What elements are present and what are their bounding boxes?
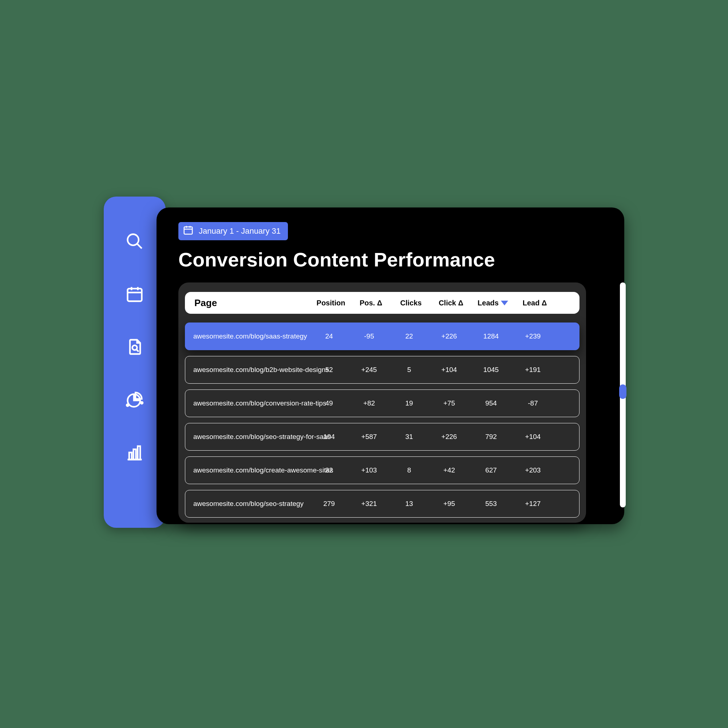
cell-page: awesomesite.com/blog/seo-strategy-for-sa… (185, 433, 309, 441)
cell-position: 104 (309, 433, 349, 441)
cell-click-delta: +95 (429, 500, 469, 508)
cell-clicks: 31 (389, 433, 429, 441)
cell-page: awesomesite.com/blog/b2b-website-designs (185, 366, 309, 374)
cell-pos-delta: -95 (349, 332, 389, 340)
cell-leads: 954 (469, 399, 513, 407)
cell-pos-delta: +103 (349, 466, 389, 474)
cell-click-delta: +226 (429, 332, 469, 340)
table-row[interactable]: awesomesite.com/blog/b2b-website-designs… (185, 356, 580, 384)
svg-point-0 (128, 234, 139, 245)
cell-click-delta: +75 (429, 399, 469, 407)
cell-lead-delta: +191 (513, 366, 553, 374)
cell-leads: 792 (469, 433, 513, 441)
document-search-icon (125, 337, 144, 358)
cell-position: 52 (309, 366, 349, 374)
svg-rect-22 (138, 446, 140, 460)
cell-page: awesomesite.com/blog/seo-strategy (185, 500, 309, 508)
cell-leads: 553 (469, 500, 513, 508)
cell-lead-delta: +104 (513, 433, 553, 441)
performance-table: Page Position Pos. Δ Clicks Click Δ Lead… (178, 283, 586, 523)
pie-chart-icon (125, 390, 144, 411)
col-header-pos-delta[interactable]: Pos. Δ (351, 299, 391, 307)
svg-line-15 (136, 349, 139, 352)
cell-click-delta: +42 (429, 466, 469, 474)
table-row[interactable]: awesomesite.com/blog/create-awesome-site… (185, 456, 580, 484)
col-header-clicks[interactable]: Clicks (391, 299, 431, 307)
page-title: Conversion Content Performance (178, 248, 606, 271)
table-header: Page Position Pos. Δ Clicks Click Δ Lead… (185, 292, 580, 314)
scrollbar-thumb[interactable] (619, 384, 626, 399)
sort-desc-icon (501, 301, 508, 305)
bar-chart-icon (125, 443, 144, 463)
cell-lead-delta: +239 (513, 332, 553, 340)
cell-click-delta: +226 (429, 433, 469, 441)
cell-leads: 1045 (469, 366, 513, 374)
col-header-page[interactable]: Page (187, 297, 311, 309)
cell-pos-delta: +321 (349, 500, 389, 508)
calendar-icon (183, 225, 194, 238)
cell-position: 24 (309, 332, 349, 340)
cell-position: 32 (309, 466, 349, 474)
svg-line-1 (137, 244, 142, 249)
svg-rect-2 (128, 289, 142, 301)
cell-page: awesomesite.com/blog/create-awesome-site… (185, 466, 309, 474)
table-row[interactable]: awesomesite.com/blog/saas-strategy24-952… (185, 323, 580, 350)
col-header-position[interactable]: Position (311, 299, 351, 307)
col-header-leads-label: Leads (477, 299, 499, 307)
cell-clicks: 8 (389, 466, 429, 474)
search-icon (125, 232, 144, 252)
cell-leads: 627 (469, 466, 513, 474)
svg-point-17 (127, 404, 128, 406)
table-row[interactable]: awesomesite.com/blog/seo-strategy279+321… (185, 490, 580, 518)
cell-lead-delta: -87 (513, 399, 553, 407)
cell-clicks: 13 (389, 500, 429, 508)
nav-search[interactable] (124, 231, 145, 253)
cell-pos-delta: +82 (349, 399, 389, 407)
cell-clicks: 5 (389, 366, 429, 374)
cell-pos-delta: +587 (349, 433, 389, 441)
svg-point-18 (141, 402, 143, 404)
cell-clicks: 19 (389, 399, 429, 407)
nav-bar-chart[interactable] (124, 442, 145, 464)
scrollbar-track[interactable] (620, 283, 626, 508)
table-row[interactable]: awesomesite.com/blog/conversion-rate-tip… (185, 390, 580, 417)
table-row[interactable]: awesomesite.com/blog/seo-strategy-for-sa… (185, 423, 580, 451)
nav-document-search[interactable] (124, 337, 145, 359)
calendar-icon (125, 284, 144, 305)
svg-rect-23 (184, 227, 193, 234)
cell-position: 49 (309, 399, 349, 407)
cell-pos-delta: +245 (349, 366, 389, 374)
svg-rect-20 (129, 453, 132, 460)
cell-lead-delta: +127 (513, 500, 553, 508)
cell-page: awesomesite.com/blog/saas-strategy (185, 332, 309, 340)
col-header-lead-delta[interactable]: Lead Δ (515, 299, 555, 307)
cell-page: awesomesite.com/blog/conversion-rate-tip… (185, 399, 309, 407)
date-range-picker[interactable]: January 1 - January 31 (178, 222, 288, 240)
cell-click-delta: +104 (429, 366, 469, 374)
svg-rect-21 (134, 449, 136, 459)
main-panel: January 1 - January 31 Conversion Conten… (156, 208, 624, 524)
table-body: awesomesite.com/blog/saas-strategy24-952… (185, 323, 580, 518)
svg-point-14 (133, 346, 137, 350)
col-header-leads[interactable]: Leads (471, 299, 515, 307)
nav-calendar[interactable] (124, 284, 145, 306)
nav-pie-chart[interactable] (124, 390, 145, 411)
cell-leads: 1284 (469, 332, 513, 340)
cell-lead-delta: +203 (513, 466, 553, 474)
cell-position: 279 (309, 500, 349, 508)
cell-clicks: 22 (389, 332, 429, 340)
date-range-label: January 1 - January 31 (199, 226, 281, 236)
col-header-click-delta[interactable]: Click Δ (431, 299, 471, 307)
